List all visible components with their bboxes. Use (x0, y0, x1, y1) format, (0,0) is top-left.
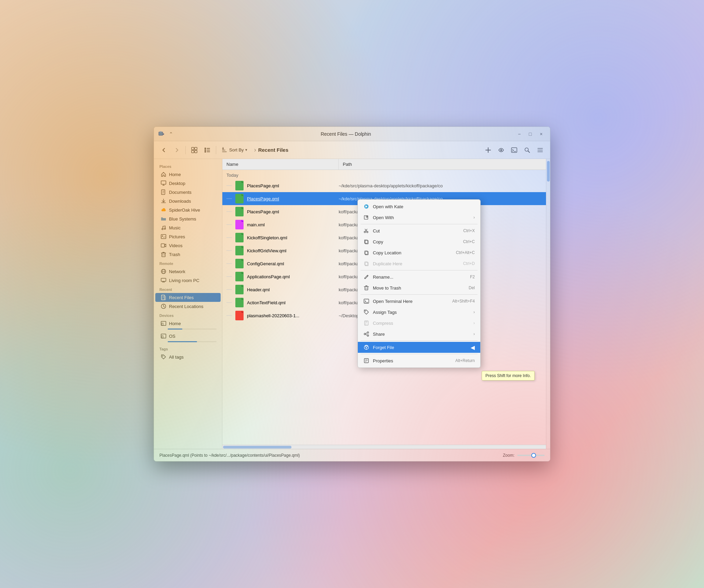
ctx-copy-label: Copy (373, 239, 460, 244)
ctx-properties[interactable]: Properties Alt+Return (358, 355, 480, 366)
copy-location-icon (363, 250, 369, 256)
view-details-button[interactable] (201, 144, 213, 156)
svg-point-52 (367, 332, 368, 333)
svg-rect-26 (162, 253, 165, 257)
file-path-1: ~/kde/src/plasma-desktop/applets/kickoff… (336, 183, 546, 188)
sidebar-item-videos[interactable]: Videos (155, 241, 221, 250)
svg-rect-0 (159, 132, 163, 135)
ctx-assign-tags-label: Assign Tags (373, 310, 470, 315)
ctx-compress-label: Compress (373, 321, 470, 326)
file-icon-2 (235, 194, 244, 203)
svg-rect-2 (192, 147, 194, 150)
places-label: Places (154, 162, 222, 170)
sidebar-item-spideroak[interactable]: SpiderOak Hive (155, 205, 221, 214)
ctx-forget-file[interactable]: Forget File ▶ (358, 342, 480, 353)
ctx-cut-shortcut: Ctrl+X (463, 228, 475, 233)
pc-icon (161, 278, 166, 283)
menu-button[interactable] (534, 144, 546, 156)
svg-point-22 (164, 228, 166, 229)
recent-files-icon (161, 295, 166, 300)
close-button[interactable]: × (536, 129, 546, 139)
tags-label: Tags (154, 344, 222, 352)
col-name[interactable]: Name (222, 159, 339, 170)
ctx-open-with[interactable]: Open With › (358, 212, 480, 223)
svg-rect-35 (162, 336, 163, 338)
search-button[interactable] (521, 144, 533, 156)
sidebar-item-recent-files[interactable]: Recent Files (155, 293, 221, 302)
add-button[interactable] (482, 144, 494, 156)
svg-rect-6 (205, 148, 206, 149)
table-row[interactable]: PlacesPage.qml ~/kde/src/plasma-desktop/… (222, 179, 546, 192)
ctx-cut[interactable]: Cut Ctrl+X (358, 225, 480, 236)
horizontal-scrollbar[interactable] (222, 445, 546, 449)
svg-rect-25 (161, 244, 165, 247)
file-icon-7 (235, 259, 244, 268)
h-scroll-thumb[interactable] (223, 446, 291, 449)
row-indent (226, 225, 232, 225)
vertical-scrollbar[interactable] (546, 159, 550, 449)
sidebar-item-recent-locations[interactable]: Recent Locations (155, 302, 221, 311)
file-name-8: ApplicationsPage.qml (247, 274, 336, 279)
sidebar-item-desktop[interactable]: Desktop (155, 179, 221, 188)
sidebar-item-living-room[interactable]: Living room PC (155, 276, 221, 285)
ctx-move-trash-shortcut: Del (469, 285, 475, 290)
statusbar: PlacesPage.qml (Points to ~/kde/src/.../… (154, 449, 550, 461)
sidebar-documents-label: Documents (169, 190, 192, 195)
sidebar-item-downloads[interactable]: Downloads (155, 197, 221, 205)
file-name-5: KickoffSingleton.qml (247, 235, 336, 240)
sidebar-item-network[interactable]: Network (155, 267, 221, 276)
tooltip: Press Shift for more Info. (482, 371, 535, 380)
ctx-rename[interactable]: Rename... F2 (358, 271, 480, 282)
sidebar-item-documents[interactable]: Documents (155, 188, 221, 197)
sidebar-item-device-home[interactable]: Home (155, 319, 221, 328)
ctx-share-icon (363, 331, 369, 337)
sidebar-item-home[interactable]: Home (155, 170, 221, 179)
ctx-open-with-arrow: › (473, 215, 475, 220)
view-icons-button[interactable] (188, 144, 200, 156)
sidebar-item-blue-systems[interactable]: Blue Systems (155, 214, 221, 223)
sort-button[interactable]: Sort By ▾ (219, 144, 250, 156)
device-os-icon (161, 333, 166, 339)
ctx-assign-tags[interactable]: Assign Tags › (358, 307, 480, 318)
ctx-share-arrow: › (473, 332, 475, 336)
zoom-slider[interactable] (517, 455, 545, 456)
minimize-button[interactable]: − (514, 129, 524, 139)
forward-button[interactable] (171, 144, 183, 156)
maximize-button[interactable]: □ (525, 129, 535, 139)
preview-button[interactable] (495, 144, 507, 156)
ctx-share[interactable]: Share › (358, 329, 480, 339)
file-area-wrapper: Name Path Today PlacesPage.qml ~/kde/src… (222, 159, 546, 449)
ctx-move-trash[interactable]: Move to Trash Del (358, 282, 480, 293)
cut-icon (363, 228, 369, 234)
ctx-open-terminal[interactable]: Open Terminal Here Alt+Shift+F4 (358, 296, 480, 307)
file-icon-4 (235, 220, 244, 229)
svg-rect-8 (205, 151, 206, 152)
col-path[interactable]: Path (339, 159, 546, 170)
ctx-sep-4 (361, 340, 478, 341)
file-name-10: ActionTextField.qml (247, 300, 336, 305)
sidebar-item-device-os[interactable]: OS (155, 332, 221, 340)
ctx-copy-shortcut: Ctrl+C (463, 239, 475, 244)
svg-point-41 (366, 231, 368, 232)
device-home-icon (161, 321, 166, 326)
sidebar-item-all-tags[interactable]: All tags (155, 352, 221, 361)
ctx-forget-icon (363, 344, 369, 350)
zoom-slider-thumb[interactable] (531, 453, 536, 458)
terminal-button[interactable] (508, 144, 520, 156)
sidebar-item-music[interactable]: Music (155, 223, 221, 232)
open-with-icon (363, 214, 369, 220)
svg-point-56 (366, 349, 367, 350)
sidebar-item-trash[interactable]: Trash (155, 250, 221, 259)
sidebar-item-pictures[interactable]: Pictures (155, 232, 221, 241)
ctx-copy-location[interactable]: Copy Location Ctrl+Alt+C (358, 247, 480, 258)
file-name-11: plasmashell-20220603-1... (247, 313, 336, 318)
svg-rect-48 (365, 286, 368, 290)
titlebar-expand-btn[interactable]: ⌃ (168, 131, 174, 137)
ctx-duplicate[interactable]: Duplicate Here Ctrl+D (358, 258, 480, 269)
ctx-open-kate[interactable]: Open with Kate (358, 201, 480, 212)
ctx-compress[interactable]: Compress › (358, 318, 480, 329)
back-button[interactable] (158, 144, 170, 156)
sidebar-pictures-label: Pictures (169, 234, 185, 239)
ctx-copy[interactable]: Copy Ctrl+C (358, 236, 480, 247)
v-scroll-thumb[interactable] (547, 161, 550, 182)
